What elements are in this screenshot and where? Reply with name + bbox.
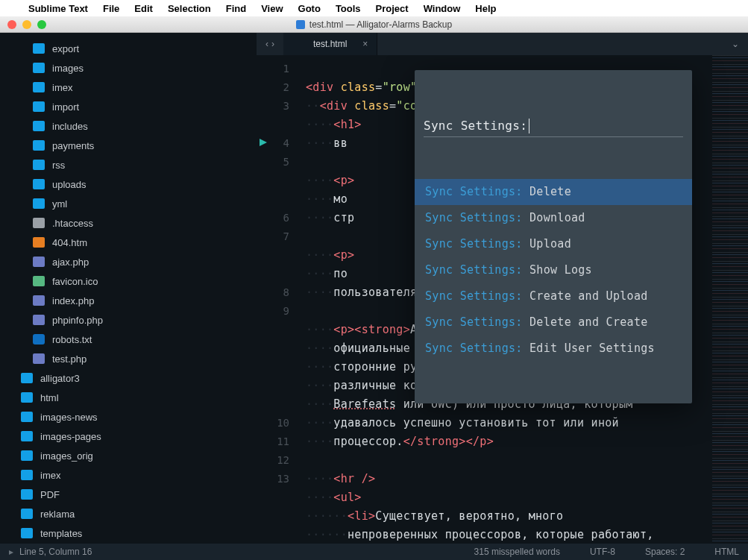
status-position[interactable]: Line 5, Column 16 [19,547,92,557]
status-spaces[interactable]: Spaces: 2 [645,547,685,557]
sidebar-item-payments[interactable]: payments [0,136,257,155]
sidebar-item-images_orig[interactable]: images_orig [0,446,257,465]
sidebar-item-label: imex [40,470,60,481]
command-palette-input[interactable]: Sync Settings: [424,115,683,137]
sidebar-item-label: imex [52,82,72,93]
sidebar-item-favicon-ico[interactable]: favicon.ico [0,271,257,291]
window-title: test.html — Alligator-Alarms Backup [296,19,452,30]
status-menu-icon[interactable]: ▸ [9,547,13,557]
sidebar-item-export[interactable]: export [0,39,257,58]
line-number [257,377,289,395]
palette-item[interactable]: Sync Settings: Edit User Settings [415,336,692,362]
sidebar-item-label: test.php [52,353,87,365]
sidebar-item-imex[interactable]: imex [0,78,257,97]
line-number: 11 [257,432,289,451]
sidebar-item-templates[interactable]: templates [0,523,257,543]
sidebar-item-label: uploads [52,179,87,190]
menu-view[interactable]: View [261,3,283,14]
sidebar-item-index-php[interactable]: index.php [0,291,257,310]
menu-project[interactable]: Project [376,3,409,14]
window-titlebar: test.html — Alligator-Alarms Backup [0,16,748,33]
sidebar-item-alligator3[interactable]: alligator3 [0,368,257,388]
sidebar-item-imex[interactable]: imex [0,465,257,485]
folder-icon [33,43,45,54]
sidebar-item--htaccess[interactable]: .htaccess [0,213,257,233]
sidebar[interactable]: exportimagesimeximportincludespaymentsrs… [0,33,257,544]
menu-tools[interactable]: Tools [336,3,361,14]
tab-label: test.html [313,39,347,49]
sidebar-item-uploads[interactable]: uploads [0,174,257,194]
sidebar-item-label: alligator3 [40,373,80,384]
sidebar-item-label: .htaccess [52,218,93,229]
folder-icon [33,63,45,73]
line-number [257,395,289,414]
minimize-window-button[interactable] [22,20,31,29]
tab-close-icon[interactable]: × [362,39,368,49]
sidebar-item-import[interactable]: import [0,97,257,116]
sidebar-item-label: images-pages [40,431,101,442]
tab-test-html[interactable]: test.html × [283,33,377,55]
line-number: 6 [257,209,289,227]
sidebar-item-label: export [52,43,79,54]
line-number [257,116,289,134]
sidebar-item-test-php[interactable]: test.php [0,349,257,368]
sidebar-item-phpinfo-php[interactable]: phpinfo.php [0,310,257,330]
folder-icon [33,140,45,151]
line-number [257,358,289,377]
sidebar-item-images-pages[interactable]: images-pages [0,427,257,446]
sidebar-item-images-news[interactable]: images-news [0,407,257,427]
zoom-window-button[interactable] [37,20,46,29]
app-name[interactable]: Sublime Text [28,3,88,14]
palette-item[interactable]: Sync Settings: Delete and Create [415,309,692,336]
menu-window[interactable]: Window [424,3,461,14]
folder-icon [21,373,33,383]
nav-forward-icon[interactable]: › [271,39,274,49]
minimap[interactable] [712,55,748,544]
command-palette[interactable]: Sync Settings: Sync Settings: DeleteSync… [415,70,692,403]
gutter: 123 45 67 89 10111213 [257,55,303,544]
sidebar-item-404-htm[interactable]: 404.htm [0,233,257,252]
palette-item[interactable]: Sync Settings: Download [415,205,692,231]
palette-item[interactable]: Sync Settings: Upload [415,231,692,257]
line-number: 7 [257,227,289,246]
command-palette-query: Sync Settings: [424,116,527,135]
status-encoding[interactable]: UTF-8 [590,547,615,557]
palette-item[interactable]: Sync Settings: Create and Upload [415,283,692,309]
line-number [257,265,289,283]
sidebar-item-html[interactable]: html [0,388,257,407]
sidebar-item-label: 404.htm [52,237,87,248]
menu-file[interactable]: File [103,3,119,14]
line-number: 1 [257,60,289,78]
sidebar-item-ajax-php[interactable]: ajax.php [0,252,257,271]
sidebar-item-robots-txt[interactable]: robots.txt [0,330,257,349]
line-number: 9 [257,302,289,321]
code-area[interactable]: <div class="row">··<div class="col-sm-12… [303,55,712,544]
tab-overflow-icon[interactable]: ⌄ [723,39,748,49]
sidebar-item-images[interactable]: images [0,58,257,78]
palette-item[interactable]: Sync Settings: Delete [415,179,692,205]
palette-item[interactable]: Sync Settings: Show Logs [415,257,692,283]
folder-icon [21,392,33,403]
folder-icon [21,528,33,538]
menu-selection[interactable]: Selection [168,3,211,14]
sidebar-item-includes[interactable]: includes [0,116,257,136]
sidebar-item-PDF[interactable]: PDF [0,485,257,504]
folder-icon [21,509,33,519]
menu-help[interactable]: Help [475,3,496,14]
sidebar-item-reklama[interactable]: reklama [0,504,257,523]
status-spell[interactable]: 315 misspelled words [474,547,560,557]
status-lang[interactable]: HTML [714,547,739,557]
sidebar-item-rss[interactable]: rss [0,155,257,174]
menu-goto[interactable]: Goto [298,3,321,14]
line-number: 12 [257,451,289,470]
editor[interactable]: 123 45 67 89 10111213 <div class="row">·… [257,55,748,544]
menu-find[interactable]: Find [226,3,246,14]
nav-back-icon[interactable]: ‹ [265,39,268,49]
sidebar-item-yml[interactable]: yml [0,194,257,213]
close-window-button[interactable] [7,20,16,29]
sidebar-item-label: templates [40,528,82,539]
file-txt-icon [33,334,45,345]
menu-edit[interactable]: Edit [134,3,153,14]
file-php-icon [33,315,45,325]
sidebar-item-label: favicon.ico [52,276,98,287]
